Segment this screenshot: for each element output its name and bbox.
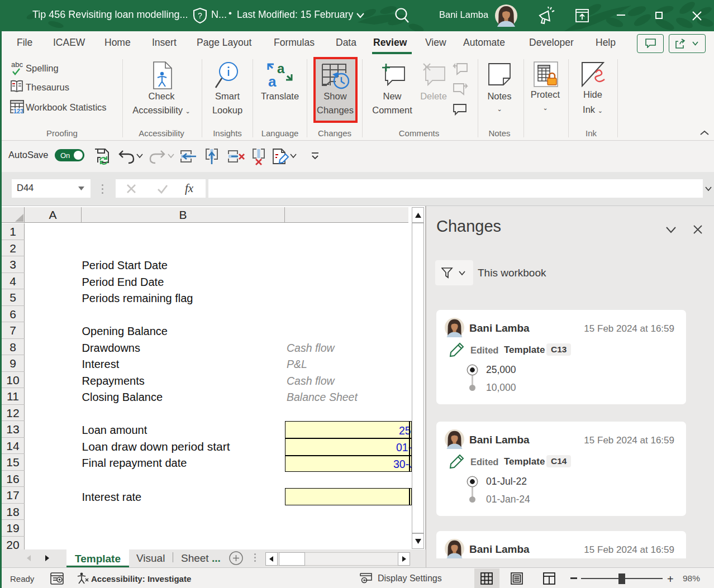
svg-text:a: a [268,73,277,89]
svg-text:123: 123 [13,108,23,114]
svg-text:a: a [277,61,285,76]
svg-text:?: ? [198,11,202,20]
svg-text:abc: abc [11,60,23,69]
